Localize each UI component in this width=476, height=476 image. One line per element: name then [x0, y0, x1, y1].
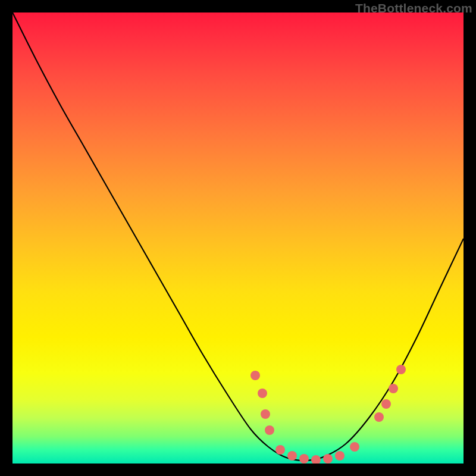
- highlight-dot: [311, 455, 321, 464]
- highlight-dot: [396, 365, 406, 374]
- highlight-dot: [350, 442, 359, 452]
- highlight-dot: [374, 412, 384, 422]
- bottleneck-curve-svg: [12, 12, 464, 464]
- attribution-label: TheBottleneck.com: [355, 1, 472, 15]
- chart-plot-area: [12, 12, 464, 464]
- bottleneck-curve: [12, 12, 464, 461]
- highlight-dot: [265, 425, 274, 435]
- highlight-dot: [335, 451, 345, 461]
- highlight-dot: [299, 454, 309, 464]
- highlight-dot: [250, 371, 260, 380]
- highlight-dot: [258, 389, 267, 398]
- highlight-dot: [287, 451, 297, 461]
- highlight-dots: [250, 365, 406, 464]
- highlight-dot: [389, 384, 398, 393]
- highlight-dot: [323, 454, 333, 464]
- highlight-dot: [261, 409, 270, 419]
- highlight-dot: [381, 399, 391, 409]
- highlight-dot: [275, 445, 285, 455]
